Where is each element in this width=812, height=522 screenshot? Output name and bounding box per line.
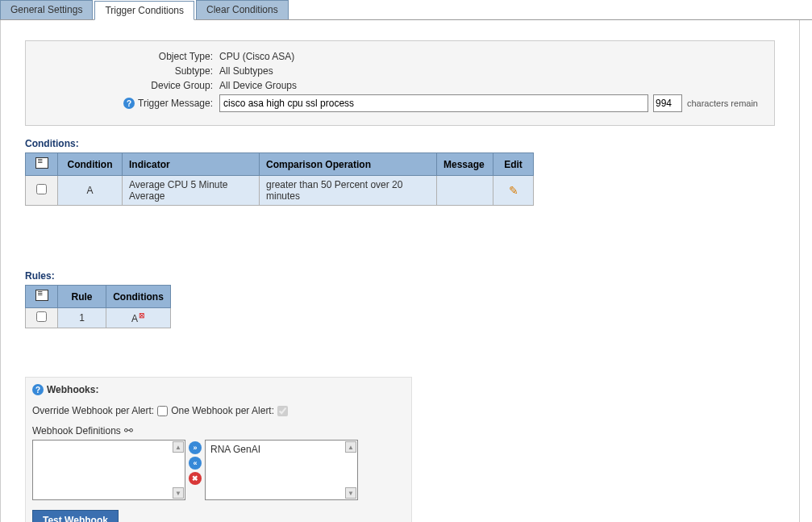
table-row: 1 A⊠ <box>26 308 171 328</box>
rules-title: Rules: <box>25 270 775 282</box>
tab-general-settings[interactable]: General Settings <box>0 0 93 19</box>
scroll-down-icon[interactable]: ▼ <box>345 487 356 499</box>
trigger-message-input[interactable] <box>219 94 648 112</box>
remove-button[interactable]: ✖ <box>189 472 202 485</box>
rules-conditions-header: Conditions <box>106 286 171 308</box>
webhooks-title: Webhooks: <box>47 384 98 395</box>
override-webhook-label: Override Webhook per Alert: <box>32 405 154 416</box>
link-icon[interactable]: ⚯ <box>124 424 133 436</box>
message-cell <box>437 176 493 206</box>
table-row: A Average CPU 5 Minute Average greater t… <box>26 176 534 206</box>
webhooks-section: ? Webhooks: Override Webhook per Alert: … <box>25 377 412 522</box>
tab-trigger-conditions[interactable]: Trigger Conditions <box>94 1 194 20</box>
override-webhook-checkbox[interactable] <box>157 406 168 416</box>
move-right-button[interactable]: » <box>189 441 202 454</box>
conditions-message-header: Message <box>437 153 493 176</box>
conditions-condition-header: Condition <box>58 153 123 176</box>
edit-pencil-icon[interactable]: ✎ <box>509 184 518 197</box>
scroll-up-icon[interactable]: ▲ <box>173 441 184 453</box>
one-webhook-label: One Webhook per Alert: <box>171 405 274 416</box>
subtype-label: Subtype: <box>42 65 219 77</box>
rule-conditions-cell: A⊠ <box>106 308 171 328</box>
rules-select-header[interactable] <box>26 286 58 308</box>
scroll-up-icon[interactable]: ▲ <box>345 441 356 453</box>
condition-row-checkbox[interactable] <box>36 184 47 194</box>
dual-list: ▲ ▼ » « ✖ RNA GenAI ▲ ▼ <box>32 440 405 500</box>
scroll-down-icon[interactable]: ▼ <box>173 487 184 499</box>
one-webhook-checkbox <box>277 406 288 416</box>
device-group-value: All Device Groups <box>219 80 297 91</box>
chars-remain-label: characters remain <box>687 98 758 108</box>
indicator-cell: Average CPU 5 Minute Average <box>123 176 260 206</box>
selected-list[interactable]: RNA GenAI ▲ ▼ <box>205 440 358 500</box>
rules-rule-header: Rule <box>58 286 106 308</box>
trigger-message-label: Trigger Message: <box>138 98 213 109</box>
comparison-cell: greater than 50 Percent over 20 minutes <box>260 176 437 206</box>
tab-bar: General Settings Trigger Conditions Clea… <box>0 0 812 20</box>
conditions-select-header[interactable] <box>26 153 58 176</box>
device-group-label: Device Group: <box>42 80 219 91</box>
object-type-label: Object Type: <box>42 51 219 62</box>
conditions-title: Conditions: <box>25 138 775 149</box>
list-item[interactable]: RNA GenAI <box>207 442 356 457</box>
conditions-edit-header: Edit <box>493 153 534 176</box>
tab-clear-conditions[interactable]: Clear Conditions <box>196 0 289 19</box>
conditions-table: Condition Indicator Comparison Operation… <box>25 152 534 206</box>
chars-count <box>653 94 682 112</box>
delete-icon[interactable]: ⊠ <box>139 311 145 319</box>
conditions-indicator-header: Indicator <box>123 153 260 176</box>
list-select-icon <box>35 157 48 169</box>
webhook-definitions-label: Webhook Definitions <box>32 425 121 436</box>
rule-number-cell: 1 <box>58 308 106 328</box>
available-list[interactable]: ▲ ▼ <box>32 440 185 500</box>
list-select-icon <box>35 290 48 301</box>
condition-cell: A <box>58 176 123 206</box>
content-panel: Object Type: CPU (Cisco ASA) Subtype: Al… <box>0 20 800 522</box>
conditions-comparison-header: Comparison Operation <box>260 153 437 176</box>
object-type-value: CPU (Cisco ASA) <box>219 51 294 62</box>
help-icon[interactable]: ? <box>32 384 44 395</box>
help-icon[interactable]: ? <box>123 98 135 109</box>
move-left-button[interactable]: « <box>189 457 202 470</box>
info-box: Object Type: CPU (Cisco ASA) Subtype: Al… <box>25 40 775 126</box>
rules-table: Rule Conditions 1 A⊠ <box>25 285 171 328</box>
subtype-value: All Subtypes <box>219 65 273 77</box>
rule-row-checkbox[interactable] <box>36 311 47 322</box>
test-webhook-button[interactable]: Test Webhook <box>32 510 119 522</box>
